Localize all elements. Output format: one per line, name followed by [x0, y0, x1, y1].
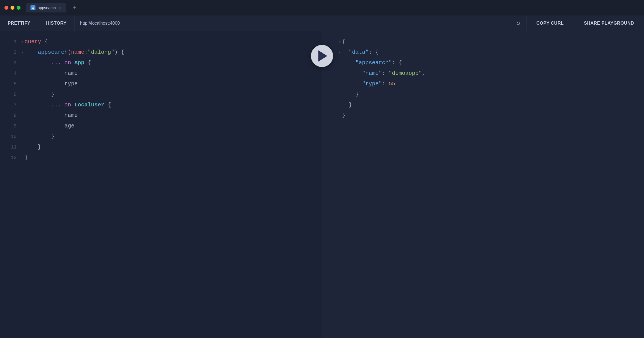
share-playground-button[interactable]: SHARE PLAYGROUND: [574, 16, 644, 31]
code-content-9: age: [24, 121, 74, 131]
response-line-1: ▾ {: [322, 37, 644, 47]
editor-panel: 1 ▾ query { 2 ▾ appsearch(name:"dalong")…: [0, 31, 322, 338]
tab-label: appsearch: [38, 6, 56, 10]
copy-curl-button[interactable]: COPY CURL: [526, 16, 574, 31]
code-line-9: 9 ▾ age: [0, 121, 322, 131]
code-content-4: name: [24, 68, 78, 79]
response-line-8: ▾ }: [322, 110, 644, 121]
code-content-12: }: [24, 152, 28, 163]
tab-icon: Q: [30, 5, 35, 10]
response-line-3: ▾ "appsearch": {: [322, 58, 644, 68]
response-line-4: ▾ "name": "demoaopp",: [322, 68, 644, 79]
line-number-2: 2: [6, 50, 17, 55]
line-number-7: 7: [6, 102, 17, 108]
maximize-traffic-light[interactable]: [17, 6, 21, 10]
run-query-button[interactable]: [311, 45, 333, 67]
prettify-button[interactable]: PRETTIFY: [0, 16, 38, 31]
traffic-lights: [4, 6, 21, 10]
main-content: 1 ▾ query { 2 ▾ appsearch(name:"dalong")…: [0, 31, 644, 338]
line-number-4: 4: [6, 71, 17, 76]
response-line-7: ▾ }: [322, 100, 644, 110]
response-content-5: "type": 55: [342, 79, 395, 89]
response-line-2: ▾ "data": {: [322, 47, 644, 58]
response-content-3: "appsearch": {: [342, 58, 402, 68]
response-content-4: "name": "demoaopp",: [342, 68, 425, 79]
play-button-container: [311, 45, 333, 67]
response-content-2: "data": {: [342, 47, 379, 58]
line-number-11: 11: [6, 144, 17, 150]
line-number-8: 8: [6, 113, 17, 118]
code-content-8: name: [24, 110, 78, 121]
code-line-4: 4 ▾ name: [0, 68, 322, 79]
code-content-2: appsearch(name:"dalong") {: [24, 47, 124, 58]
code-line-8: 8 ▾ name: [0, 110, 322, 121]
line-number-6: 6: [6, 92, 17, 97]
active-tab[interactable]: Q appsearch ×: [26, 3, 66, 12]
code-content-5: type: [24, 79, 78, 89]
code-line-5: 5 ▾ type: [0, 79, 322, 89]
line-number-10: 10: [6, 134, 17, 139]
response-line-5: ▾ "type": 55: [322, 79, 644, 89]
code-line-3: 3 ▾ ... on App {: [0, 58, 322, 68]
line-number-5: 5: [6, 81, 17, 87]
response-content-8: }: [342, 110, 345, 121]
code-line-11: 11 ▾ }: [0, 142, 322, 152]
response-panel: ▾ { ▾ "data": { ▾ "appsearch": { ▾ "name…: [322, 31, 644, 338]
response-collapse-2[interactable]: ▾: [339, 50, 341, 55]
line-number-12: 12: [6, 155, 17, 160]
line-number-3: 3: [6, 60, 17, 66]
code-line-1: 1 ▾ query {: [0, 37, 322, 47]
line-number-9: 9: [6, 123, 17, 129]
response-content-1: {: [342, 37, 345, 47]
panel-divider: [322, 31, 322, 338]
toolbar: PRETTIFY HISTORY ↻ COPY CURL SHARE PLAYG…: [0, 16, 644, 31]
collapse-arrow-2[interactable]: ▾: [21, 50, 23, 55]
tab-close-button[interactable]: ×: [58, 6, 62, 10]
code-content-6: }: [24, 89, 54, 100]
collapse-arrow-1[interactable]: ▾: [21, 40, 23, 44]
code-content-1: query {: [24, 37, 48, 47]
code-content-3: ... on App {: [24, 58, 91, 68]
minimize-traffic-light[interactable]: [11, 6, 14, 10]
close-traffic-light[interactable]: [4, 6, 8, 10]
url-input[interactable]: [75, 16, 511, 31]
refresh-button[interactable]: ↻: [511, 16, 526, 31]
response-content-7: }: [342, 100, 352, 110]
code-line-12: 12 ▾ }: [0, 152, 322, 163]
play-icon: [318, 50, 327, 62]
code-content-11: }: [24, 142, 41, 152]
history-button[interactable]: HISTORY: [38, 16, 75, 31]
response-content-6: }: [342, 89, 359, 100]
code-line-7: 7 ▾ ... on LocalUser {: [0, 100, 322, 110]
line-number-1: 1: [6, 39, 17, 45]
new-tab-button[interactable]: +: [71, 4, 78, 12]
titlebar: Q appsearch × +: [0, 0, 644, 16]
code-content-7: ... on LocalUser {: [24, 100, 111, 110]
code-content-10: }: [24, 131, 54, 142]
code-line-6: 6 ▾ }: [0, 89, 322, 100]
response-line-6: ▾ }: [322, 89, 644, 100]
code-line-2: 2 ▾ appsearch(name:"dalong") {: [0, 47, 322, 58]
code-line-10: 10 ▾ }: [0, 131, 322, 142]
response-collapse-1[interactable]: ▾: [339, 40, 341, 44]
